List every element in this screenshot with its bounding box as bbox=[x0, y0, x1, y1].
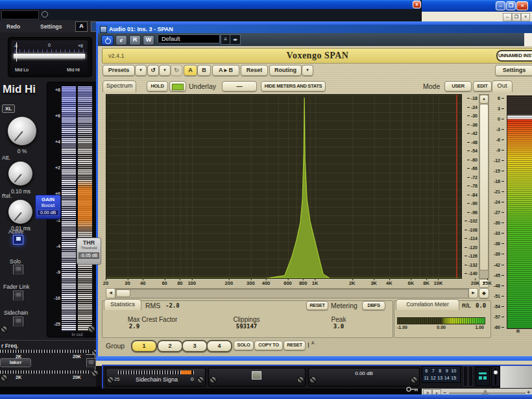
right-window-close-icon[interactable]: × bbox=[516, 1, 528, 10]
xl-button[interactable]: XL bbox=[2, 104, 15, 113]
settings-menu-button[interactable]: Settings bbox=[40, 23, 62, 30]
copy-a-to-b-button[interactable]: A ▸ B bbox=[212, 65, 239, 76]
channel-number-cell[interactable]: 12 bbox=[430, 375, 437, 381]
h-scrollbar-left-icon[interactable]: ◀ bbox=[106, 288, 115, 298]
freq-tick-label: 20 bbox=[103, 281, 108, 286]
mini-fader-dot[interactable] bbox=[494, 370, 498, 374]
history-undo-icon[interactable]: ↺ bbox=[147, 65, 159, 76]
mode-edit-button[interactable]: EDIT bbox=[473, 81, 492, 91]
release-knob[interactable] bbox=[8, 200, 32, 224]
reset-button[interactable]: Reset bbox=[241, 65, 268, 76]
underlay-select[interactable]: — bbox=[222, 81, 257, 91]
presets-button[interactable]: Presets bbox=[103, 65, 135, 76]
mode-user-button[interactable]: USER bbox=[444, 81, 472, 91]
settings-button[interactable]: Settings bbox=[495, 65, 532, 76]
sidechain-label: Sidechain bbox=[4, 309, 28, 316]
history-dropdown-icon[interactable]: ▼ bbox=[159, 65, 171, 76]
channel-number-cell[interactable]: 11 bbox=[423, 375, 430, 381]
write-automation-button[interactable]: W bbox=[143, 35, 154, 45]
channel-number-grid[interactable]: 678910 1112131415 bbox=[422, 366, 461, 383]
db-tick-label: -36 bbox=[467, 123, 478, 127]
stats-reset-button[interactable]: RESET bbox=[306, 301, 328, 310]
instance-name-button[interactable]: UNNAMED INSTANC bbox=[496, 50, 532, 62]
h-scrollbar-thumb[interactable] bbox=[116, 289, 130, 297]
redo-button[interactable]: Redo bbox=[6, 23, 20, 30]
group-4-button[interactable]: 4 bbox=[206, 340, 232, 352]
hide-meters-button[interactable]: HIDE METERS AND STATS bbox=[261, 81, 326, 91]
mdi-minimize-icon[interactable]: – bbox=[503, 13, 512, 21]
mini-fader[interactable] bbox=[491, 366, 500, 387]
statistics-tab[interactable]: Statistics bbox=[104, 299, 141, 310]
channel-number-cell[interactable]: 15 bbox=[450, 375, 457, 381]
pattern-selector[interactable] bbox=[476, 367, 490, 386]
spectrum-color-swatch[interactable] bbox=[169, 81, 186, 91]
channel-number-cell[interactable]: 9 bbox=[444, 368, 451, 374]
maker-button[interactable]: laker bbox=[0, 358, 31, 367]
edit-button[interactable]: e bbox=[115, 35, 127, 45]
group-solo-button[interactable]: SOLO bbox=[234, 341, 254, 350]
right-window-minimize-icon[interactable]: – bbox=[496, 1, 505, 10]
attack-knob[interactable] bbox=[8, 162, 32, 186]
crossover-slider-2[interactable] bbox=[0, 370, 91, 374]
preset-a-button[interactable]: A bbox=[184, 65, 197, 76]
preset-pane-icon[interactable]: ≡ bbox=[221, 34, 230, 45]
fader-bar[interactable] bbox=[468, 366, 473, 387]
preset-b-button[interactable]: B bbox=[197, 65, 211, 76]
setup-a-button[interactable]: A bbox=[75, 21, 88, 32]
out-tab[interactable]: Out bbox=[492, 80, 513, 92]
right-window-restore-icon[interactable]: ❐ bbox=[506, 1, 516, 10]
key-icon[interactable] bbox=[406, 386, 419, 393]
hold-button[interactable]: HOLD bbox=[147, 81, 168, 91]
v-scrollbar[interactable]: ▲ bbox=[479, 94, 489, 279]
span-titlebar[interactable]: Audio 01: Ins. 3 - SPAN bbox=[98, 25, 532, 33]
h-scrollbar-right-icon[interactable]: ▶ bbox=[468, 288, 478, 298]
fader-link-label: Fader Link bbox=[3, 284, 29, 290]
out-scale-label: -36 bbox=[494, 241, 504, 246]
band-meter-ticks bbox=[15, 49, 84, 53]
zoom-diamond-icon[interactable]: ◆ bbox=[479, 288, 489, 298]
mdi-restore-icon[interactable]: ❐ bbox=[512, 13, 521, 21]
mode-label: Mode bbox=[423, 83, 440, 90]
crossover-slider-1[interactable] bbox=[0, 350, 91, 353]
v-scrollbar-thumb[interactable] bbox=[479, 104, 489, 271]
channel-number-cell[interactable]: 13 bbox=[437, 375, 444, 381]
channel-number-cell[interactable]: 6 bbox=[423, 368, 430, 374]
sidechain-checkbox[interactable] bbox=[13, 317, 23, 326]
group-reset-button[interactable]: RESET bbox=[284, 341, 306, 350]
preset-prev-next-icon[interactable]: ◂▸ bbox=[230, 34, 241, 45]
channel-number-cell[interactable]: 8 bbox=[437, 368, 444, 374]
mdi-close-icon[interactable]: × bbox=[521, 13, 530, 21]
fader-link-checkbox[interactable] bbox=[13, 291, 23, 300]
fader-bar[interactable] bbox=[463, 366, 468, 387]
background-close-icon[interactable]: x bbox=[413, 1, 421, 8]
group-3-button[interactable]: 3 bbox=[182, 340, 208, 352]
read-automation-button[interactable]: R bbox=[129, 35, 141, 45]
spectrum-tab[interactable]: Spectrum bbox=[103, 80, 136, 92]
group-copy-to-button[interactable]: COPY TO bbox=[254, 341, 283, 350]
channel-number-cell[interactable]: 7 bbox=[430, 368, 437, 374]
background-window-titlebar[interactable]: x bbox=[0, 0, 420, 9]
routing-dropdown-icon[interactable]: ▼ bbox=[302, 65, 313, 76]
group-2-button[interactable]: 2 bbox=[157, 340, 183, 352]
channel-number-cell[interactable]: 10 bbox=[450, 368, 457, 374]
correlation-tab[interactable]: Correlation Meter bbox=[396, 299, 459, 310]
dbfs-button[interactable]: DBFS bbox=[362, 301, 385, 310]
slider-link-checkbox[interactable] bbox=[86, 358, 96, 367]
active-checkbox[interactable] bbox=[13, 235, 23, 245]
ratio-knob-value: 0 % bbox=[9, 148, 35, 154]
h-scrollbar[interactable] bbox=[115, 288, 469, 298]
band-meter-needle[interactable] bbox=[16, 42, 17, 62]
preset-display-box[interactable] bbox=[1, 10, 39, 19]
right-window-titlebar[interactable]: – ❐ × bbox=[422, 0, 532, 12]
group-1-button[interactable]: 1 bbox=[131, 340, 157, 352]
bypass-power-button[interactable] bbox=[101, 35, 114, 45]
routing-button[interactable]: Routing bbox=[269, 65, 302, 76]
slider-handle[interactable] bbox=[252, 371, 261, 380]
presets-dropdown-icon[interactable]: ▼ bbox=[135, 65, 147, 76]
spectrum-graph[interactable] bbox=[106, 94, 462, 279]
ratio-knob[interactable] bbox=[8, 117, 36, 145]
preset-combo[interactable]: Default bbox=[158, 34, 220, 43]
solo-checkbox[interactable] bbox=[13, 265, 23, 274]
history-redo-icon[interactable]: ↻ bbox=[171, 65, 182, 76]
channel-number-cell[interactable]: 14 bbox=[444, 375, 451, 381]
